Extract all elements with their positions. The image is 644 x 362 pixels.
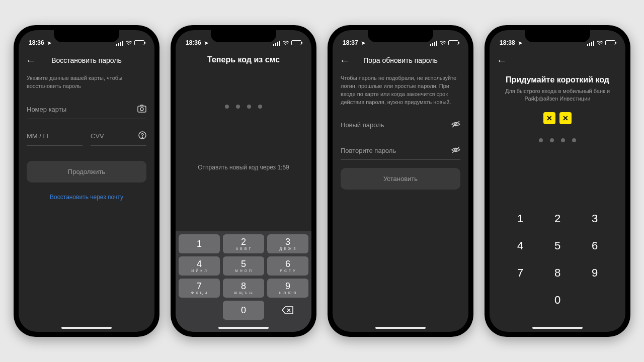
eye-off-icon[interactable]: [451, 121, 460, 130]
backspace-key[interactable]: [267, 301, 308, 320]
svg-rect-15: [432, 43, 433, 46]
svg-rect-26: [593, 41, 594, 46]
eye-off-icon[interactable]: [451, 146, 460, 155]
notch: [525, 30, 590, 42]
svg-rect-14: [430, 44, 431, 46]
location-icon: ➤: [204, 40, 208, 46]
location-icon: ➤: [361, 40, 365, 46]
status-time: 18:36: [186, 39, 201, 46]
repeat-password-field[interactable]: Повторите пароль: [341, 141, 460, 160]
key-3[interactable]: 3: [576, 212, 613, 225]
key-5[interactable]: 5М Н О П: [223, 256, 264, 276]
signal-icon: [587, 39, 594, 46]
set-password-button[interactable]: Установить: [341, 168, 460, 190]
signal-icon: [116, 39, 123, 46]
page-title: Восстановить пароль: [19, 56, 154, 64]
restore-via-email-link[interactable]: Восстановить через почту: [27, 194, 146, 201]
svg-point-8: [142, 137, 142, 137]
key-7[interactable]: 7Ф Х Ц Ч: [179, 279, 220, 298]
pin-subtitle: Для быстрого входа в мобильный банк и Ра…: [501, 87, 614, 103]
code-dot: [258, 105, 262, 109]
back-button[interactable]: ←: [497, 55, 507, 66]
repeat-password-placeholder: Повторите пароль: [341, 147, 396, 154]
key-4[interactable]: 4И Й К Л: [179, 256, 220, 276]
home-indicator[interactable]: [532, 327, 583, 329]
new-password-field[interactable]: Новый пароль: [341, 116, 460, 134]
app-badge-bank: ✕: [543, 112, 555, 124]
code-dot: [236, 105, 240, 109]
key-empty: [502, 294, 539, 307]
screen-restore-card: 18:36 ➤ ← Восстановить пароль Укажите да…: [19, 30, 154, 332]
screen-sms-code: 18:36 ➤ Теперь код из смс Отправить новы…: [176, 30, 311, 332]
wifi-icon: [125, 39, 132, 46]
expiry-field[interactable]: ММ / ГГ: [27, 126, 83, 146]
svg-rect-1: [118, 43, 119, 46]
nav-bar: ←: [490, 50, 625, 70]
svg-rect-12: [279, 41, 280, 46]
expiry-placeholder: ММ / ГГ: [27, 132, 50, 140]
key-8[interactable]: 8Ш Щ Ъ Ы: [223, 279, 264, 298]
svg-rect-16: [434, 42, 435, 46]
nav-bar: ← Пора обновить пароль: [333, 50, 468, 70]
card-number-field[interactable]: Номер карты: [27, 100, 146, 119]
key-5[interactable]: 5: [539, 239, 576, 252]
camera-icon[interactable]: [137, 105, 146, 115]
notch: [368, 30, 433, 42]
battery-icon: [134, 40, 144, 45]
app-badges: ✕ ✕: [501, 112, 614, 124]
resend-label: Отправить новый код через 1:59: [184, 164, 303, 171]
battery-icon: [291, 40, 301, 45]
new-password-placeholder: Новый пароль: [341, 121, 384, 129]
key-9[interactable]: 9Ь Э Ю Я: [267, 279, 308, 298]
hint-text: Чтобы пароль не подобрали, не используйт…: [341, 74, 460, 107]
key-0[interactable]: 0: [539, 294, 576, 307]
battery-icon: [448, 40, 458, 45]
svg-rect-3: [122, 41, 123, 46]
code-dot: [225, 105, 229, 109]
key-1[interactable]: 1: [502, 212, 539, 225]
home-indicator[interactable]: [218, 327, 269, 329]
numeric-keypad: 1 2А Б В Г 3Д Е Ж З 4И Й К Л 5М Н О П 6Р…: [176, 231, 311, 332]
continue-button[interactable]: Продолжить: [27, 161, 146, 183]
location-icon: ➤: [47, 40, 51, 46]
key-6[interactable]: 6Р С Т У: [267, 256, 308, 276]
page-title: Пора обновить пароль: [333, 56, 468, 64]
cvv-placeholder: CVV: [91, 132, 104, 140]
svg-rect-25: [591, 42, 592, 46]
pin-dots: [501, 138, 614, 142]
wifi-icon: [439, 39, 446, 46]
svg-rect-24: [589, 43, 590, 46]
wifi-icon: [282, 39, 289, 46]
status-time: 18:38: [500, 39, 515, 46]
screen-update-password: 18:37 ➤ ← Пора обновить пароль Чтобы пар…: [333, 30, 468, 332]
wifi-icon: [596, 39, 603, 46]
key-2[interactable]: 2А Б В Г: [223, 234, 264, 253]
nav-bar: ← Восстановить пароль: [19, 50, 154, 70]
pin-dot: [550, 138, 554, 142]
hint-text: Укажите данные вашей карты, чтобы восста…: [27, 74, 146, 90]
key-4[interactable]: 4: [502, 239, 539, 252]
phone-4: 18:38 ➤ ← Придумайте короткий код Для бы…: [485, 25, 630, 337]
key-1[interactable]: 1: [179, 234, 220, 253]
svg-rect-10: [275, 43, 276, 46]
key-6[interactable]: 6: [576, 239, 613, 252]
svg-point-13: [285, 44, 286, 45]
key-9[interactable]: 9: [576, 266, 613, 280]
cvv-field[interactable]: CVV: [91, 126, 146, 146]
code-dots: [184, 105, 303, 109]
svg-rect-0: [116, 44, 117, 46]
key-7[interactable]: 7: [502, 266, 539, 280]
svg-rect-17: [436, 41, 437, 46]
home-indicator[interactable]: [61, 327, 112, 329]
phone-3: 18:37 ➤ ← Пора обновить пароль Чтобы пар…: [328, 25, 473, 337]
home-indicator[interactable]: [375, 327, 426, 329]
pin-keypad: 1 2 3 4 5 6 7 8 9 0: [490, 202, 625, 332]
signal-icon: [430, 39, 437, 46]
key-3[interactable]: 3Д Е Ж З: [267, 234, 308, 253]
key-2[interactable]: 2: [539, 212, 576, 225]
help-icon[interactable]: [138, 131, 146, 141]
key-0[interactable]: 0: [223, 301, 264, 320]
svg-rect-9: [273, 44, 274, 46]
battery-icon: [605, 40, 615, 45]
key-8[interactable]: 8: [539, 266, 576, 280]
